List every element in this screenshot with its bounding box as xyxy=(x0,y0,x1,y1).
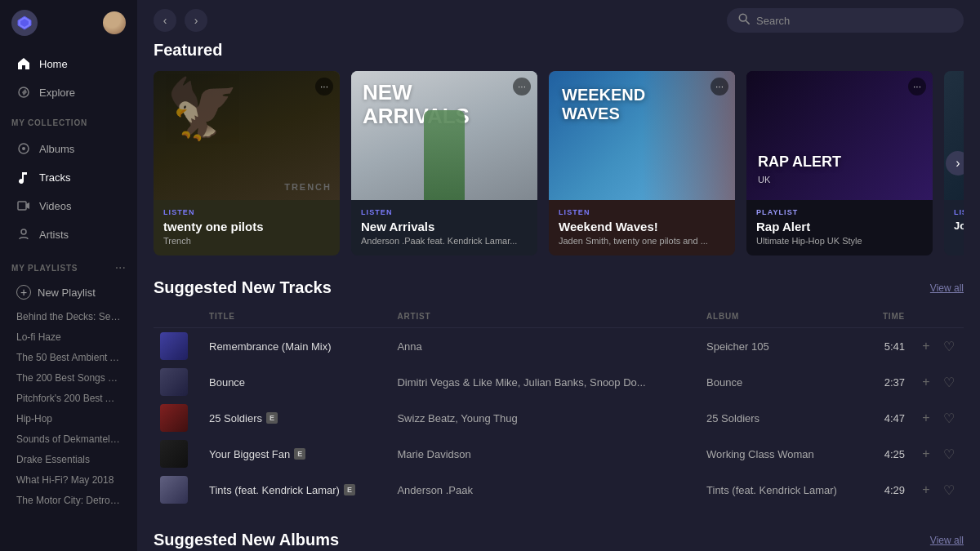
playlist-item-1[interactable]: Behind the Decks: Seth Tro... xyxy=(5,307,132,327)
track-thumbnail xyxy=(160,440,188,468)
search-icon xyxy=(738,13,750,28)
playlist-item-7[interactable]: Sounds of Dekmantel Festi... xyxy=(5,429,132,449)
add-track-icon[interactable]: + xyxy=(918,339,934,353)
sidebar-item-home[interactable]: Home xyxy=(5,50,132,78)
col-actions xyxy=(911,309,964,328)
new-playlist-button[interactable]: + New Playlist xyxy=(5,279,132,305)
playlist-item-3[interactable]: The 50 Best Ambient Albu... xyxy=(5,348,132,367)
track-artist-cell: Marie Davidson xyxy=(390,436,700,472)
featured-card-2[interactable]: NEWARRIVALS ··· LISTEN New Arrivals Ande… xyxy=(351,71,537,256)
track-time-cell: 2:37 xyxy=(870,364,911,400)
card-subtitle-3: Jaden Smith, twenty one pilots and ... xyxy=(559,236,725,246)
sidebar-item-tracks[interactable]: Tracks xyxy=(5,163,132,191)
featured-card-4[interactable]: RAP ALERTUK ··· PLAYLIST Rap Alert Ultim… xyxy=(746,71,933,256)
avatar[interactable] xyxy=(103,11,126,34)
track-thumb-cell xyxy=(154,472,203,508)
track-title-cell: Remembrance (Main Mix) xyxy=(203,328,390,365)
featured-card-1[interactable]: 🦅 TRENCH ··· LISTEN twenty one pilots Tr… xyxy=(154,71,340,256)
col-artist: ARTIST xyxy=(390,309,700,328)
track-thumb-cell xyxy=(154,364,203,400)
sidebar-item-albums[interactable]: Albums xyxy=(5,135,132,162)
table-row[interactable]: Remembrance (Main Mix) Anna Speicher 105… xyxy=(154,328,964,365)
card-menu-icon-2[interactable]: ··· xyxy=(513,78,531,96)
table-row[interactable]: Tints (feat. Kendrick Lamar) E Anderson … xyxy=(154,472,964,508)
track-title-cell: Tints (feat. Kendrick Lamar) E xyxy=(203,472,390,508)
table-row[interactable]: Your Biggest Fan E Marie Davidson Workin… xyxy=(154,436,964,472)
track-name: 25 Soldiers xyxy=(209,412,262,424)
card-info-4: PLAYLIST Rap Alert Ultimate Hip-Hop UK S… xyxy=(746,200,933,256)
albums-title: Suggested New Albums xyxy=(154,531,339,549)
track-actions-cell: + ♡ xyxy=(911,328,964,365)
card-menu-icon-4[interactable]: ··· xyxy=(908,78,926,96)
logo-icon[interactable] xyxy=(11,10,38,36)
sidebar-item-explore[interactable]: Explore xyxy=(5,78,132,106)
playlist-item-5[interactable]: Pitchfork's 200 Best Album... xyxy=(5,389,132,408)
forward-button[interactable]: › xyxy=(185,9,207,32)
sidebar-item-artists[interactable]: Artists xyxy=(5,220,132,248)
playlist-item-9[interactable]: What Hi-Fi? May 2018 xyxy=(5,470,132,490)
home-icon xyxy=(16,56,31,71)
track-thumbnail xyxy=(160,368,188,396)
music-icon xyxy=(16,170,31,184)
disc-icon xyxy=(16,141,31,156)
like-track-icon[interactable]: ♡ xyxy=(941,411,957,426)
add-track-icon[interactable]: + xyxy=(918,482,934,497)
add-track-icon[interactable]: + xyxy=(918,375,934,389)
playlist-item-6[interactable]: Hip-Hop xyxy=(5,409,132,429)
featured-card-3[interactable]: WEEKENDWAVES ··· LISTEN Weekend Waves! J… xyxy=(549,71,735,256)
track-artist-cell: Anna xyxy=(390,328,700,365)
table-row[interactable]: 25 Soldiers E Swizz Beatz, Young Thug 25… xyxy=(154,400,964,436)
sidebar: Home Explore MY COLLECTION Albums xyxy=(0,0,137,551)
playlists-list: Behind the Decks: Seth Tro... Lo-fi Haze… xyxy=(0,306,137,511)
playlist-item-8[interactable]: Drake Essentials xyxy=(5,450,132,469)
search-input[interactable] xyxy=(756,15,952,27)
card-menu-icon-1[interactable]: ··· xyxy=(315,78,333,96)
back-button[interactable]: ‹ xyxy=(154,9,176,32)
card-menu-icon-3[interactable]: ··· xyxy=(710,78,728,96)
featured-cards: 🦅 TRENCH ··· LISTEN twenty one pilots Tr… xyxy=(154,71,964,256)
card-info-1: LISTEN twenty one pilots Trench xyxy=(154,200,340,256)
card-info-2: LISTEN New Arrivals Anderson .Paak feat.… xyxy=(351,200,537,256)
track-time-cell: 4:25 xyxy=(870,436,911,472)
card-subtitle-4: Ultimate Hip-Hop UK Style xyxy=(756,236,923,246)
track-title-cell: Your Biggest Fan E xyxy=(203,436,390,472)
track-actions-cell: + ♡ xyxy=(911,472,964,508)
collection-label: MY COLLECTION xyxy=(0,110,137,131)
sidebar-item-videos[interactable]: Videos xyxy=(5,192,132,220)
add-track-icon[interactable]: + xyxy=(918,447,934,461)
track-name: Your Biggest Fan xyxy=(209,448,290,460)
col-thumb xyxy=(154,309,203,328)
svg-point-5 xyxy=(22,147,25,150)
plus-circle-icon: + xyxy=(16,285,31,300)
card-title-4: Rap Alert xyxy=(756,220,923,233)
playlist-item-10[interactable]: The Motor City: Detroit Hou... xyxy=(5,491,132,510)
sidebar-item-explore-label: Explore xyxy=(39,87,75,99)
card-subtitle-1: Trench xyxy=(163,236,330,246)
card-info-3: LISTEN Weekend Waves! Jaden Smith, twent… xyxy=(549,200,735,256)
svg-line-10 xyxy=(746,20,749,24)
albums-view-all[interactable]: View all xyxy=(930,535,964,546)
track-album-cell: Working Class Woman xyxy=(700,436,870,472)
like-track-icon[interactable]: ♡ xyxy=(941,482,957,498)
card-title-3: Weekend Waves! xyxy=(559,220,725,233)
track-time-cell: 4:47 xyxy=(870,400,911,436)
sidebar-item-albums-label: Albums xyxy=(39,143,74,155)
playlist-item-4[interactable]: The 200 Best Songs of the ... xyxy=(5,368,132,388)
add-track-icon[interactable]: + xyxy=(918,411,934,425)
tracks-section: Suggested New Tracks View all TITLE ARTI… xyxy=(154,278,964,508)
track-album-cell: Bounce xyxy=(700,364,870,400)
card-title-1: twenty one pilots xyxy=(163,220,330,233)
card-title-2: New Arrivals xyxy=(361,220,528,233)
like-track-icon[interactable]: ♡ xyxy=(941,339,957,354)
like-track-icon[interactable]: ♡ xyxy=(941,447,957,462)
track-thumbnail xyxy=(160,476,188,504)
like-track-icon[interactable]: ♡ xyxy=(941,375,957,390)
content-area: Featured 🦅 TRENCH ··· LISTEN twenty one … xyxy=(137,41,980,551)
tracks-view-all[interactable]: View all xyxy=(930,282,964,294)
main-content: ‹ › Featured xyxy=(137,0,980,551)
carousel-next-button[interactable]: › xyxy=(946,151,964,176)
table-row[interactable]: Bounce Dimitri Vegas & Like Mike, Julian… xyxy=(154,364,964,400)
playlists-menu-icon[interactable]: ··· xyxy=(115,260,126,275)
playlist-item-2[interactable]: Lo-fi Haze xyxy=(5,327,132,347)
featured-section: Featured 🦅 TRENCH ··· LISTEN twenty one … xyxy=(154,41,964,256)
